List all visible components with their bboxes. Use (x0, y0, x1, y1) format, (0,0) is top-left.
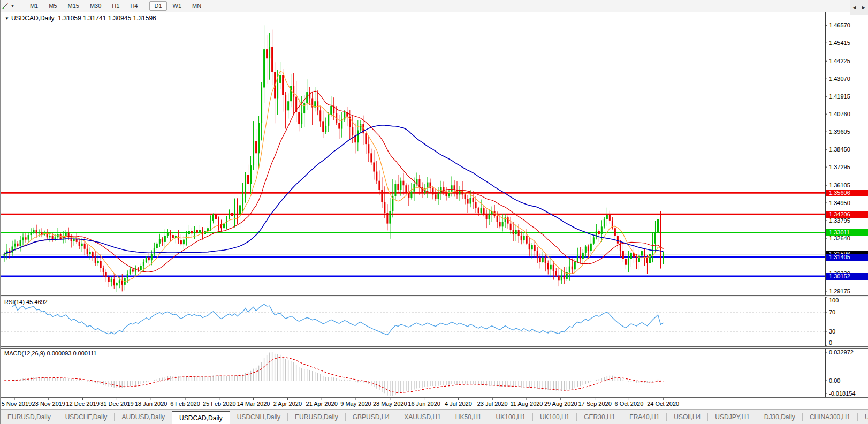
chart-tab-USDCAD-Daily[interactable]: USDCAD,Daily (172, 411, 230, 424)
date-tick-label: 31 Dec 2019 (100, 400, 133, 407)
rsi-tick-label: 0 (829, 339, 832, 346)
price-tick-label: 1.34950 (829, 200, 850, 206)
tab-scroll-left-icon[interactable]: ◄ (852, 5, 857, 10)
rsi-pane: RSI(14) 45.4692 10070300 (1, 297, 868, 347)
date-tick-label: 9 May 2020 (340, 400, 371, 407)
tab-scroll-right-icon[interactable]: ► (861, 5, 866, 10)
chart-tab-USOil-H4[interactable]: USOil,H4 (667, 411, 707, 423)
chart-tab-EURUSD-Daily[interactable]: EURUSD,Daily (288, 411, 345, 423)
date-tick-label: 21 Apr 2020 (306, 400, 338, 407)
date-tick-label: 4 Jul 2020 (445, 400, 472, 407)
macd-tick-label: -0.018154 (829, 390, 856, 397)
time-axis[interactable]: 5 Nov 201923 Nov 201912 Dec 201931 Dec 2… (1, 398, 868, 409)
chart-tab-CHINA300-H1[interactable]: CHINA300,H1 (803, 411, 857, 423)
macd-pane: MACD(12,26,9) 0.000093 0.000111 0.032972… (1, 348, 868, 398)
macd-title: MACD(12,26,9) 0.000093 0.000111 (4, 350, 97, 357)
timeframe-button-M1[interactable]: M1 (25, 1, 43, 11)
macd-histogram (4, 352, 664, 396)
chart-title: ▼USDCAD,Daily 1.31059 1.31741 1.30945 1.… (5, 14, 156, 22)
date-tick-label: 25 Feb 2020 (203, 400, 236, 407)
price-chart-pane: ▼USDCAD,Daily 1.31059 1.31741 1.30945 1.… (1, 12, 868, 296)
rsi-canvas[interactable] (1, 297, 868, 346)
chevron-down-icon[interactable]: ▼ (11, 4, 14, 8)
price-chart-canvas[interactable] (1, 12, 868, 295)
price-tick-label: 1.45415 (829, 40, 850, 46)
price-tick-label: 1.38450 (829, 146, 850, 153)
rsi-value: 45.4692 (26, 299, 48, 305)
date-tick-label: 5 Nov 2019 (2, 400, 32, 407)
timeframe-button-M5[interactable]: M5 (44, 1, 62, 11)
chart-tab-USOil-H1[interactable]: USOil,H1 (858, 411, 868, 423)
timeframe-button-MN[interactable]: MN (187, 1, 206, 11)
timeframe-toolbar: ▼ M1M5M15M30H1H4D1W1MN (1, 0, 868, 12)
date-tick-label: 16 Jun 2020 (408, 400, 440, 407)
price-tick-label: 1.39605 (829, 128, 850, 135)
timeframe-buttons: M1M5M15M30H1H4D1W1MN (25, 1, 207, 11)
date-tick-label: 23 Jul 2020 (477, 400, 508, 407)
rsi-title: RSI(14) 45.4692 (4, 299, 48, 305)
date-tick-label: 6 Oct 2020 (614, 400, 643, 407)
chart-cursor-icon[interactable] (1, 2, 10, 10)
date-tick-label: 28 May 2020 (373, 400, 407, 407)
rsi-tick-label: 70 (829, 309, 835, 315)
price-badge-1.33011: 1.33011 (826, 229, 868, 236)
toolbar-grip[interactable] (18, 2, 21, 10)
chart-title-caret-icon[interactable]: ▼ (5, 16, 9, 21)
macd-values: 0.000093 0.000111 (47, 350, 96, 357)
rsi-tick-label: 100 (829, 297, 839, 304)
macd-tick-label: 0.00 (829, 377, 840, 384)
timeframe-button-D1[interactable]: D1 (149, 1, 166, 11)
timeframe-button-M15[interactable]: M15 (63, 1, 84, 11)
price-tick-label: 1.29175 (829, 288, 850, 294)
ma-slow-line (4, 125, 664, 254)
date-tick-label: 14 Mar 2020 (237, 400, 270, 407)
rsi-tick-label: 30 (829, 328, 835, 335)
chart-tab-HK50-H1[interactable]: HK50,H1 (448, 411, 489, 423)
chart-tab-USDJPY-H1[interactable]: USDJPY,H1 (708, 411, 756, 423)
chart-tab-USDCNH-Daily[interactable]: USDCNH,Daily (230, 411, 287, 423)
date-tick-label: 24 Oct 2020 (647, 400, 679, 407)
chart-tab-GER30-H1[interactable]: GER30,H1 (577, 411, 622, 423)
price-tick-label: 1.40760 (829, 111, 850, 117)
chart-tab-DJ30-Daily[interactable]: DJ30,Daily (757, 411, 802, 423)
price-tick-label: 1.41915 (829, 93, 850, 100)
date-tick-label: 29 Aug 2020 (544, 400, 577, 407)
date-tick-label: 17 Sep 2020 (578, 400, 611, 407)
chart-tab-FRA40-H1[interactable]: FRA40,H1 (622, 411, 666, 423)
macd-tick-label: 0.032972 (829, 349, 854, 355)
date-tick-label: 12 Dec 2019 (66, 400, 99, 407)
price-tick-label: 1.43070 (829, 75, 850, 82)
date-tick-label: 18 Jan 2020 (135, 400, 167, 407)
timeframe-button-M30[interactable]: M30 (85, 1, 106, 11)
price-badge-1.35606: 1.35606 (826, 190, 868, 196)
macd-canvas[interactable] (1, 349, 868, 397)
toolbar-separator (146, 2, 146, 10)
price-badge-1.34206: 1.34206 (826, 211, 868, 218)
price-tick-label: 1.46570 (829, 22, 850, 28)
tab-scroll-controls: ◄ ► (850, 0, 868, 15)
rsi-line (12, 304, 663, 335)
chart-tab-UK100-H1[interactable]: UK100,H1 (533, 411, 576, 423)
timeframe-button-W1[interactable]: W1 (168, 1, 187, 11)
chart-tab-bar: EURUSD,DailyUSDCHF,DailyAUDUSD,DailyUSDC… (1, 409, 868, 424)
timeframe-button-H1[interactable]: H1 (107, 1, 124, 11)
price-badge-1.30152: 1.30152 (826, 273, 868, 280)
date-tick-label: 6 Feb 2020 (170, 400, 200, 407)
chart-ohlc-values: 1.31059 1.31741 1.30945 1.31596 (58, 14, 156, 22)
timeframe-button-H4[interactable]: H4 (125, 1, 142, 11)
chart-tab-XAUUSD-H1[interactable]: XAUUSD,H1 (397, 411, 448, 423)
mt4-window: ▼ M1M5M15M30H1H4D1W1MN ▼USDCAD,Daily 1.3… (0, 0, 868, 424)
chart-tab-EURUSD-Daily[interactable]: EURUSD,Daily (1, 411, 58, 423)
candles (4, 25, 665, 292)
price-tick-label: 1.36105 (829, 182, 850, 188)
price-tick-label: 1.44225 (829, 58, 850, 64)
date-tick-label: 2 Apr 2020 (273, 400, 302, 407)
chart-tab-GBPUSD-H4[interactable]: GBPUSD,H4 (346, 411, 397, 423)
chart-tab-AUDUSD-Daily[interactable]: AUDUSD,Daily (115, 411, 172, 423)
price-badge-1.31405: 1.31405 (826, 254, 868, 261)
date-tick-label: 23 Nov 2019 (32, 400, 65, 407)
chart-tab-USDCHF-Daily[interactable]: USDCHF,Daily (58, 411, 115, 423)
chart-tab-UK100-H1[interactable]: UK100,H1 (489, 411, 532, 423)
macd-label: MACD(12,26,9) (4, 350, 45, 357)
price-tick-label: 1.33795 (829, 217, 850, 224)
